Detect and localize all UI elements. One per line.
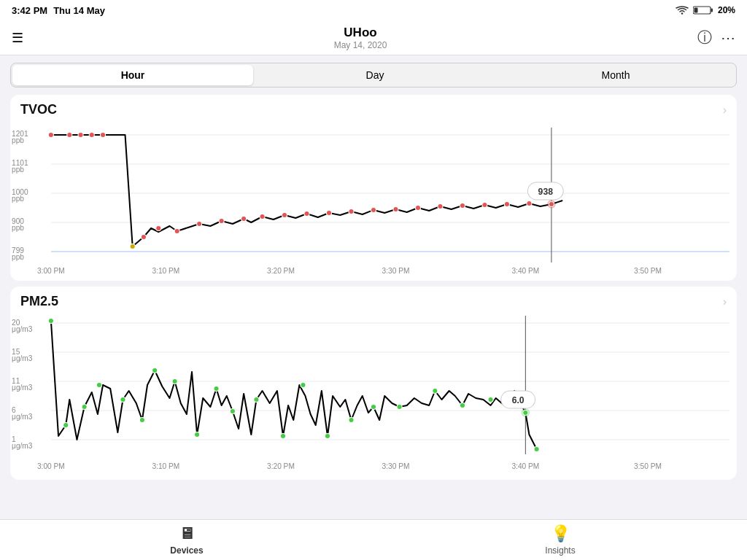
- status-time: 3:42 PM: [12, 5, 47, 16]
- svg-point-78: [63, 423, 69, 428]
- seg-day[interactable]: Day: [255, 63, 495, 87]
- svg-point-30: [100, 133, 105, 138]
- svg-text:ppb: ppb: [12, 195, 24, 203]
- app-title: UHoo: [334, 26, 387, 40]
- svg-text:3:40 PM: 3:40 PM: [511, 267, 539, 275]
- svg-text:μg/m3: μg/m3: [12, 384, 33, 392]
- svg-point-29: [89, 133, 94, 138]
- svg-point-87: [230, 409, 235, 414]
- svg-point-44: [393, 207, 398, 212]
- svg-point-38: [260, 214, 265, 219]
- svg-text:ppb: ppb: [12, 224, 24, 232]
- svg-point-41: [326, 211, 331, 216]
- svg-point-77: [48, 319, 53, 324]
- svg-text:938: 938: [538, 187, 554, 197]
- svg-point-89: [280, 434, 285, 439]
- svg-point-90: [301, 383, 306, 388]
- svg-point-47: [460, 203, 465, 209]
- svg-point-83: [152, 368, 158, 373]
- nav-right: ⓘ ⋯: [697, 28, 735, 47]
- tvoc-chevron-icon[interactable]: ›: [723, 104, 727, 117]
- svg-point-93: [371, 405, 376, 410]
- pm25-chevron-icon[interactable]: ›: [723, 295, 727, 308]
- svg-text:μg/m3: μg/m3: [12, 325, 33, 333]
- tvoc-card: TVOC › 1201 ppb 1101 ppb 1000 ppb 900 pp…: [10, 95, 737, 281]
- svg-rect-1: [711, 9, 713, 12]
- nav-left: ☰: [12, 30, 23, 46]
- tab-devices-label: Devices: [170, 545, 203, 556]
- svg-point-27: [67, 133, 72, 138]
- svg-point-95: [433, 389, 438, 394]
- svg-point-81: [120, 397, 125, 402]
- pm25-card: PM2.5 › 20 μg/m3 15 μg/m3 11 μg/m3 6 μg/…: [10, 287, 737, 480]
- svg-text:3:30 PM: 3:30 PM: [382, 267, 410, 275]
- svg-point-28: [78, 133, 83, 138]
- svg-text:3:40 PM: 3:40 PM: [511, 462, 539, 470]
- svg-point-82: [139, 418, 144, 423]
- svg-text:3:20 PM: 3:20 PM: [267, 462, 295, 470]
- svg-point-96: [460, 403, 465, 408]
- svg-point-26: [48, 133, 53, 138]
- tab-insights-label: Insights: [545, 545, 575, 556]
- svg-point-31: [130, 244, 135, 249]
- svg-point-43: [371, 208, 376, 213]
- svg-text:ppb: ppb: [12, 136, 24, 144]
- svg-point-35: [197, 222, 202, 227]
- svg-text:μg/m3: μg/m3: [12, 413, 33, 421]
- svg-text:3:10 PM: 3:10 PM: [152, 462, 180, 470]
- svg-text:3:00 PM: 3:00 PM: [37, 267, 65, 275]
- svg-text:6.0: 6.0: [512, 395, 525, 405]
- svg-point-50: [527, 201, 532, 206]
- svg-point-94: [397, 405, 402, 410]
- svg-text:μg/m3: μg/m3: [12, 442, 33, 450]
- svg-point-100: [534, 447, 539, 452]
- svg-point-36: [219, 219, 224, 224]
- svg-point-33: [156, 226, 161, 231]
- menu-button[interactable]: ☰: [12, 30, 23, 46]
- tab-insights[interactable]: 💡 Insights: [374, 524, 747, 556]
- svg-point-88: [254, 397, 259, 402]
- svg-text:μg/m3: μg/m3: [12, 354, 33, 362]
- info-button[interactable]: ⓘ: [697, 28, 712, 47]
- svg-text:ppb: ppb: [12, 253, 24, 261]
- svg-point-52: [549, 202, 554, 207]
- svg-text:3:20 PM: 3:20 PM: [267, 267, 295, 275]
- svg-point-37: [241, 217, 247, 222]
- svg-point-91: [325, 434, 330, 439]
- status-bar: 3:42 PM Thu 14 May 20%: [0, 0, 747, 20]
- svg-point-40: [304, 211, 309, 217]
- insights-icon: 💡: [551, 524, 570, 543]
- svg-point-46: [438, 204, 443, 209]
- svg-point-80: [96, 383, 101, 388]
- app-subtitle: May 14, 2020: [334, 40, 387, 50]
- svg-text:3:50 PM: 3:50 PM: [634, 462, 662, 470]
- svg-point-49: [504, 202, 509, 207]
- svg-point-97: [488, 397, 493, 402]
- svg-text:3:30 PM: 3:30 PM: [382, 462, 410, 470]
- status-day: Thu 14 May: [53, 5, 105, 16]
- svg-point-32: [141, 235, 146, 240]
- tab-devices[interactable]: 🖥 Devices: [0, 524, 374, 556]
- svg-point-99: [523, 411, 528, 416]
- svg-point-86: [214, 386, 219, 392]
- wifi-icon: [676, 6, 689, 15]
- svg-text:3:00 PM: 3:00 PM: [37, 462, 65, 470]
- battery-level: 20%: [718, 5, 735, 15]
- status-right: 20%: [676, 5, 735, 15]
- pm25-title: PM2.5: [10, 294, 737, 312]
- svg-point-85: [195, 432, 200, 438]
- svg-point-34: [174, 229, 179, 234]
- svg-point-79: [82, 405, 87, 410]
- svg-point-92: [349, 418, 354, 423]
- svg-text:3:10 PM: 3:10 PM: [152, 267, 180, 275]
- svg-text:3:50 PM: 3:50 PM: [634, 267, 662, 275]
- svg-point-39: [282, 213, 287, 218]
- seg-month[interactable]: Month: [495, 63, 736, 87]
- seg-hour[interactable]: Hour: [12, 65, 253, 85]
- more-button[interactable]: ⋯: [721, 29, 735, 47]
- nav-center: UHoo May 14, 2020: [334, 26, 387, 50]
- svg-point-48: [482, 203, 487, 208]
- time-segmented-control: Hour Day Month: [10, 63, 737, 88]
- bottom-tabs: 🖥 Devices 💡 Insights: [0, 519, 747, 560]
- tvoc-title: TVOC: [10, 102, 737, 120]
